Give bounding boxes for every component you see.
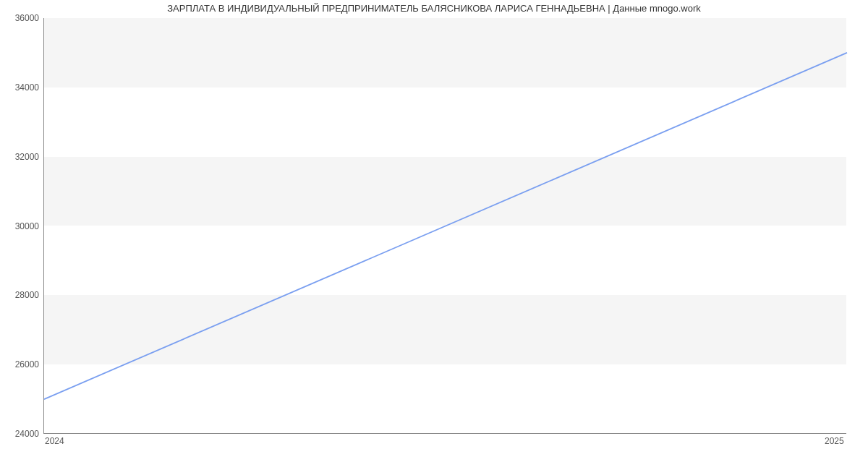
y-tick-label: 28000 bbox=[3, 290, 39, 300]
series-line bbox=[44, 53, 847, 399]
y-tick-label: 26000 bbox=[3, 359, 39, 369]
x-tick-label: 2024 bbox=[45, 436, 64, 446]
y-tick-label: 24000 bbox=[3, 429, 39, 439]
y-tick-label: 32000 bbox=[3, 152, 39, 162]
chart-line-layer bbox=[44, 18, 846, 433]
chart-title: ЗАРПЛАТА В ИНДИВИДУАЛЬНЫЙ ПРЕДПРИНИМАТЕЛ… bbox=[0, 3, 868, 14]
y-tick-label: 30000 bbox=[3, 221, 39, 231]
x-tick-label: 2025 bbox=[825, 436, 844, 446]
y-tick-label: 36000 bbox=[3, 13, 39, 23]
y-tick-label: 34000 bbox=[3, 82, 39, 93]
plot-area bbox=[43, 18, 846, 434]
